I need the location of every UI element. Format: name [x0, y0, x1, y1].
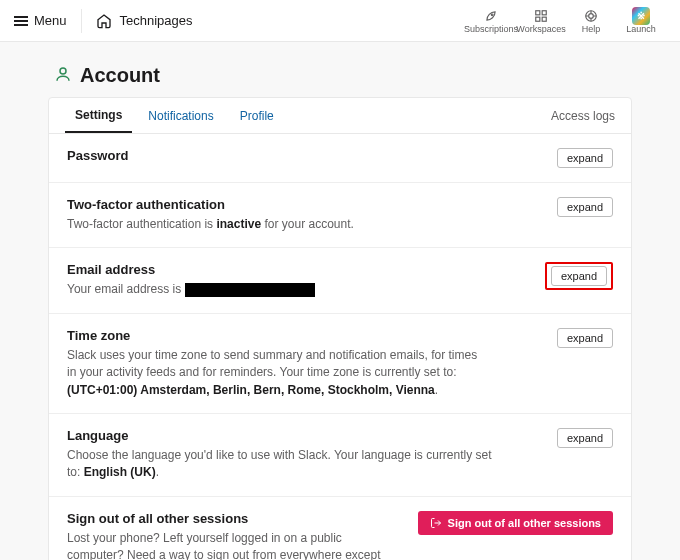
divider	[81, 9, 82, 33]
section-password: Password expand	[49, 134, 631, 183]
rocket-icon	[484, 8, 498, 24]
menu-button[interactable]: Menu	[14, 13, 67, 28]
signout-title: Sign out of all other sessions	[67, 511, 387, 526]
svg-rect-1	[536, 10, 540, 14]
help-link[interactable]: Help	[566, 8, 616, 34]
highlight-annotation: expand	[545, 262, 613, 290]
help-icon	[584, 8, 598, 24]
section-language: Language Choose the language you'd like …	[49, 414, 631, 497]
section-email: Email address Your email address is expa…	[49, 248, 631, 313]
subscriptions-link[interactable]: Subscriptions	[466, 8, 516, 34]
svg-rect-2	[542, 10, 546, 14]
tab-notifications[interactable]: Notifications	[138, 99, 223, 132]
signout-desc: Lost your phone? Left yourself logged in…	[67, 530, 387, 560]
hamburger-icon	[14, 14, 28, 28]
workspaces-link[interactable]: Workspaces	[516, 8, 566, 34]
subscriptions-label: Subscriptions	[464, 24, 518, 34]
language-title: Language	[67, 428, 497, 443]
home-icon[interactable]	[96, 12, 112, 29]
password-title: Password	[67, 148, 128, 163]
slack-icon: ※	[632, 8, 650, 24]
expand-tfa-button[interactable]: expand	[557, 197, 613, 217]
launch-link[interactable]: ※ Launch	[616, 8, 666, 34]
svg-rect-4	[542, 17, 546, 21]
section-timezone: Time zone Slack uses your time zone to s…	[49, 314, 631, 414]
language-desc: Choose the language you'd like to use wi…	[67, 447, 497, 482]
expand-timezone-button[interactable]: expand	[557, 328, 613, 348]
svg-point-7	[60, 68, 66, 74]
timezone-desc: Slack uses your time zone to send summar…	[67, 347, 487, 399]
tab-settings[interactable]: Settings	[65, 98, 132, 133]
tfa-desc: Two-factor authentication is inactive fo…	[67, 216, 354, 233]
help-label: Help	[582, 24, 601, 34]
timezone-title: Time zone	[67, 328, 487, 343]
menu-label: Menu	[34, 13, 67, 28]
svg-rect-3	[536, 17, 540, 21]
signout-icon	[430, 517, 442, 529]
section-signout: Sign out of all other sessions Lost your…	[49, 497, 631, 560]
email-desc: Your email address is	[67, 281, 315, 298]
email-title: Email address	[67, 262, 315, 277]
signout-all-button[interactable]: Sign out of all other sessions	[418, 511, 613, 535]
redacted-email	[185, 283, 315, 297]
expand-language-button[interactable]: expand	[557, 428, 613, 448]
expand-email-button[interactable]: expand	[551, 266, 607, 286]
tfa-title: Two-factor authentication	[67, 197, 354, 212]
tab-access-logs[interactable]: Access logs	[551, 99, 615, 133]
page-header: Account	[54, 64, 632, 87]
grid-icon	[534, 8, 548, 24]
tab-profile[interactable]: Profile	[230, 99, 284, 132]
page-content: Account Settings Notifications Profile A…	[0, 42, 680, 560]
svg-point-0	[491, 13, 493, 15]
tabs: Settings Notifications Profile Access lo…	[49, 98, 631, 134]
workspaces-label: Workspaces	[516, 24, 565, 34]
site-name[interactable]: Technipages	[120, 13, 193, 28]
expand-password-button[interactable]: expand	[557, 148, 613, 168]
svg-point-6	[589, 13, 594, 18]
settings-card: Settings Notifications Profile Access lo…	[48, 97, 632, 560]
topbar: Menu Technipages Subscriptions Workspace…	[0, 0, 680, 42]
launch-label: Launch	[626, 24, 656, 34]
section-tfa: Two-factor authentication Two-factor aut…	[49, 183, 631, 248]
page-title: Account	[80, 64, 160, 87]
person-icon	[54, 65, 72, 86]
